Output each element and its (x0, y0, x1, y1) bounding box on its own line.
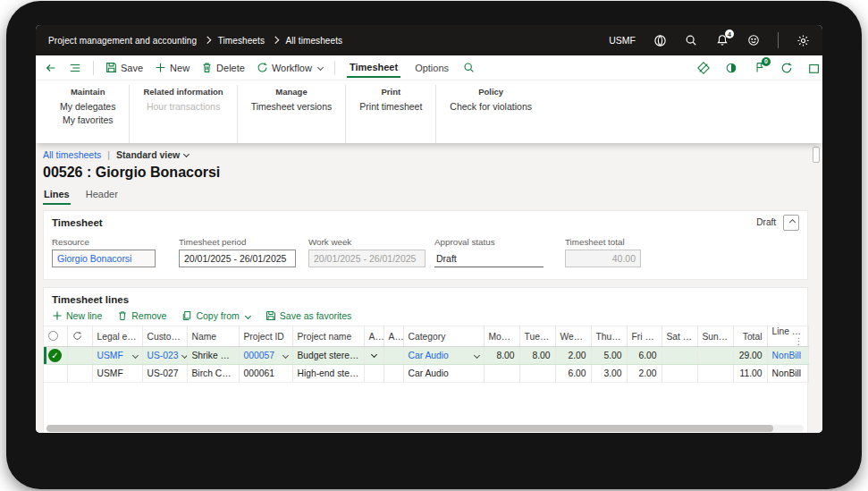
back-button[interactable] (45, 62, 57, 74)
chevron-down-icon[interactable] (370, 351, 376, 358)
cell-category[interactable]: Car Audio (403, 365, 484, 383)
copilot-icon[interactable] (653, 33, 667, 47)
cell-thu[interactable]: 3.00 (591, 365, 627, 383)
cell-activity-1[interactable] (364, 365, 383, 383)
menu-item-my-delegates[interactable]: My delegates (60, 100, 115, 114)
menu-item-check-for-violations[interactable]: Check for violations (450, 100, 532, 114)
col-activity-2[interactable]: Acti... (383, 326, 403, 347)
notifications-bell-icon[interactable]: 4 (715, 33, 729, 47)
cell-customer[interactable]: US-023 (142, 347, 187, 365)
horizontal-scrollbar-thumb[interactable] (46, 425, 773, 432)
col-sat[interactable]: Sat 25/01 (662, 326, 697, 347)
menu-item-timesheet-versions[interactable]: Timesheet versions (251, 100, 333, 114)
cell-sun[interactable] (697, 347, 733, 365)
cell-activity-2[interactable] (383, 365, 403, 383)
save-button[interactable]: Save (105, 62, 143, 73)
cell-thu[interactable]: 5.00 (591, 347, 627, 365)
timesheet-period-input[interactable]: 20/01/2025 - 26/01/2025 (179, 250, 296, 267)
cell-fri[interactable]: 2.00 (627, 365, 662, 383)
cell-customer[interactable]: US-027 (142, 365, 187, 383)
delete-button[interactable]: Delete (201, 62, 245, 73)
cell-project-id[interactable]: 000057 (239, 347, 292, 365)
col-activity-1[interactable]: Acti... (364, 326, 383, 347)
cell-wed[interactable]: 2.00 (555, 347, 591, 365)
col-thu[interactable]: Thu 23/01 (591, 326, 627, 347)
col-customer[interactable]: Customer (142, 326, 187, 347)
col-total[interactable]: Total (733, 326, 767, 347)
menu-item-hour-transactions[interactable]: Hour transactions (147, 100, 220, 114)
record-info-icon[interactable] (724, 61, 738, 75)
open-in-new-window-icon[interactable] (807, 61, 822, 75)
cell-sat[interactable] (662, 365, 697, 383)
col-project-id[interactable]: Project ID (239, 326, 292, 347)
cell-legal-entity[interactable]: USMF (92, 365, 142, 383)
menu-item-print-timesheet[interactable]: Print timesheet (359, 100, 422, 114)
chevron-down-icon[interactable] (282, 352, 288, 359)
settings-gear-icon[interactable] (796, 33, 810, 47)
list-page-link[interactable]: All timesheets (43, 149, 101, 160)
copy-from-button[interactable]: Copy from (181, 310, 249, 321)
cell-project-id[interactable]: 000061 (239, 365, 292, 383)
refresh-column-header[interactable] (67, 326, 92, 347)
tab-header[interactable]: Header (85, 187, 119, 205)
cell-legal-entity[interactable]: USMF (92, 347, 142, 365)
office-integration-icon[interactable] (696, 61, 711, 75)
cell-tue[interactable]: 8.00 (519, 347, 555, 365)
col-fri[interactable]: Fri 24/01 (627, 326, 662, 347)
menu-item-my-favorites[interactable]: My favorites (63, 114, 114, 127)
cell-mon[interactable]: 8.00 (484, 347, 519, 365)
chevron-down-icon[interactable] (473, 352, 479, 359)
company-picker[interactable]: USMF (609, 35, 636, 46)
cell-sat[interactable] (662, 347, 697, 365)
col-project-name[interactable]: Project name (292, 326, 364, 347)
workflow-button[interactable]: Workflow (257, 62, 323, 73)
cell-mon[interactable] (484, 365, 519, 383)
tab-timesheet[interactable]: Timesheet (347, 57, 400, 78)
cell-line-property[interactable]: NonBill (767, 365, 808, 383)
cell-wed[interactable]: 6.00 (555, 365, 591, 383)
collapse-section-button[interactable] (783, 215, 799, 231)
cell-category[interactable]: Car Audio (403, 347, 484, 365)
tab-options[interactable]: Options (412, 58, 451, 77)
cell-line-property[interactable]: NonBill (767, 347, 808, 365)
col-name[interactable]: Name (187, 326, 239, 347)
select-all-header[interactable] (44, 326, 67, 347)
breadcrumb-page[interactable]: All timesheets (286, 36, 343, 46)
table-row-selected[interactable]: ✓ USMF US-023 Shrike Retail 000057 Budge… (44, 347, 808, 365)
breadcrumb-module[interactable]: Project management and accounting (48, 36, 197, 46)
cell-activity-1[interactable] (364, 347, 383, 365)
col-legal-entity[interactable]: Legal entity (92, 326, 142, 347)
vertical-scrollbar[interactable] (813, 147, 820, 426)
action-search-icon[interactable] (463, 62, 475, 73)
column-options-icon[interactable]: ⋮ (795, 336, 804, 346)
col-mon[interactable]: Mon 20/01 (484, 326, 519, 347)
resource-input[interactable]: Giorgio Bonacorsi (52, 250, 156, 267)
vertical-scrollbar-thumb[interactable] (813, 147, 820, 163)
col-tue[interactable]: Tue 21/01 (519, 326, 555, 347)
horizontal-scrollbar[interactable] (46, 425, 804, 432)
expand-menu-icon[interactable] (69, 62, 81, 74)
cell-tue[interactable] (519, 365, 555, 383)
row-select-cell[interactable]: ✓ (44, 347, 67, 365)
breadcrumb-area[interactable]: Timesheets (218, 36, 265, 46)
remove-line-button[interactable]: Remove (117, 310, 166, 321)
cell-sun[interactable] (697, 365, 733, 383)
row-select-cell[interactable] (44, 365, 67, 383)
select-all-circle[interactable] (48, 331, 58, 341)
view-selector[interactable]: Standard view (116, 149, 189, 160)
search-icon[interactable] (684, 33, 698, 47)
tab-lines[interactable]: Lines (43, 187, 71, 205)
table-row[interactable]: USMF US-027 Birch Company 000061 High-en… (44, 365, 808, 383)
refresh-icon[interactable] (780, 61, 794, 75)
attachments-icon[interactable]: 0 (752, 61, 766, 75)
cell-fri[interactable]: 6.00 (627, 347, 662, 365)
new-line-button[interactable]: New line (52, 310, 102, 321)
col-wed[interactable]: Wed 22/01 (555, 326, 591, 347)
new-button[interactable]: New (155, 62, 190, 73)
feedback-smiley-icon[interactable] (746, 33, 761, 47)
cell-activity-2[interactable] (383, 347, 403, 365)
chevron-down-icon[interactable] (131, 352, 138, 359)
col-line-property[interactable]: Line prop⋮ (767, 326, 808, 347)
col-sun[interactable]: Sun 26/01 (697, 326, 733, 347)
save-as-favorites-button[interactable]: Save as favorites (265, 310, 352, 321)
